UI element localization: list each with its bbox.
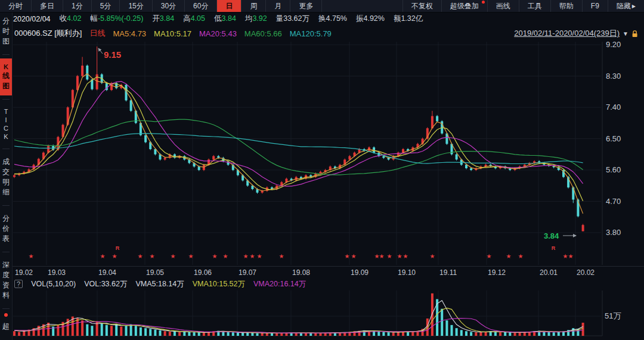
y-tick: 3.80 — [606, 228, 621, 237]
star-marker-icon: ★ — [150, 253, 155, 259]
star-marker-icon: ★ — [430, 253, 435, 259]
vol-grid-layer — [12, 290, 602, 336]
vol-legend-2: VMA5:18.14万 — [135, 279, 184, 289]
toolbar-action-F9[interactable]: F9 — [582, 0, 608, 12]
star-marker-icon: ★ — [379, 253, 385, 259]
quote-field-额: 额1.32亿 — [394, 14, 423, 24]
star-marker-icon: ★ — [223, 253, 228, 259]
volume-bars-layer — [13, 293, 584, 336]
toolbar-tab-分时[interactable]: 分时 — [0, 0, 32, 12]
toolbar-action-超级叠加[interactable]: 超级叠加 — [441, 0, 487, 12]
notification-dot-icon — [4, 313, 8, 317]
toolbar-action-工具[interactable]: 工具 — [519, 0, 550, 12]
toolbar-tab-60分[interactable]: 60分 — [185, 0, 217, 12]
star-marker-icon: ★ — [257, 253, 262, 259]
chevron-down-icon[interactable]: ▼ — [623, 30, 628, 37]
quote-field-振: 振4.92% — [356, 14, 385, 24]
star-marker-icon: ★ — [171, 253, 176, 259]
quote-info-row: 2020/02/04收4.02幅-5.85%(-0.25)开3.84高4.05低… — [13, 13, 644, 25]
ma-label-ma5: MA5:4.73 — [113, 29, 146, 38]
toolbar-action-隐藏[interactable]: 隐藏▶ — [608, 0, 644, 12]
sidebar-divider — [2, 99, 10, 100]
x-tick-20.01: 20.01 — [540, 268, 558, 277]
toolbar-action-画线[interactable]: 画线 — [487, 0, 519, 12]
sidebar-item-TICK[interactable]: TICK — [0, 103, 12, 145]
y-tick: 8.30 — [606, 72, 621, 81]
y-tick: 4.70 — [606, 197, 621, 206]
vma-lines-layer — [14, 301, 583, 333]
help-icon[interactable]: ? — [14, 280, 23, 288]
x-tick-19.12: 19.12 — [488, 268, 506, 277]
sidebar-divider — [2, 252, 10, 252]
toolbar-tab-5分[interactable]: 5分 — [92, 0, 120, 12]
star-marker-icon: ★ — [29, 253, 34, 259]
vol-legend-4: VMA20:16.14万 — [253, 279, 306, 289]
toolbar-tab-多日[interactable]: 多日 — [32, 0, 63, 12]
x-tick-19.03: 19.03 — [48, 268, 66, 277]
toolbar-tab-日[interactable]: 日 — [217, 0, 242, 12]
toolbar: 分时多日1分5分15分30分60分日周月更多 不复权超级叠加画线工具帮助F9隐藏… — [0, 0, 644, 13]
star-marker-icon: ★ — [243, 253, 249, 259]
star-marker-icon: ★ — [351, 253, 357, 259]
price-annotation: 9.15 — [104, 50, 121, 60]
vol-legend-1: VOL:33.62万 — [84, 279, 127, 289]
sidebar-divider — [2, 149, 10, 149]
sidebar-divider — [2, 54, 10, 55]
star-marker-icon: ★ — [100, 253, 106, 259]
sidebar-item-成交明细[interactable]: 成交明细 — [0, 153, 12, 202]
quote-field-换: 换4.75% — [318, 14, 347, 24]
toolbar-action-帮助[interactable]: 帮助 — [550, 0, 582, 12]
star-marker-icon: ★ — [387, 253, 392, 259]
ma-label-ma20: MA20:5.43 — [199, 29, 237, 38]
star-marker-icon: ★ — [563, 253, 568, 259]
y-tick: 5.60 — [606, 165, 621, 174]
vol-legend-0: VOL(5,10,20) — [31, 280, 76, 288]
star-marker-icon: ★ — [397, 253, 402, 259]
notification-dot-icon — [482, 1, 485, 4]
stock-chart-app: 分时多日1分5分15分30分60分日周月更多 不复权超级叠加画线工具帮助F9隐藏… — [0, 0, 644, 340]
ma-legend: MA5:4.73MA10:5.17MA20:5.43MA60:5.66MA120… — [113, 29, 331, 38]
sidebar-item-超[interactable]: 超 — [0, 317, 12, 336]
quote-date: 2020/02/04 — [13, 15, 51, 23]
y-tick: 9.20 — [606, 41, 621, 49]
toolbar-tab-周[interactable]: 周 — [242, 0, 266, 12]
star-marker-icon: ★ — [138, 253, 143, 259]
period-label: 日线 — [89, 28, 105, 39]
toolbar-action-不复权[interactable]: 不复权 — [402, 0, 441, 12]
sidebar-item-分价表[interactable]: 分价表 — [0, 209, 12, 248]
quote-field-收: 收4.02 — [60, 14, 82, 24]
star-marker-icon: ★ — [279, 253, 284, 259]
star-marker-icon: ★ — [188, 253, 194, 259]
quote-field-开: 开3.84 — [152, 14, 174, 24]
x-tick-19.08: 19.08 — [292, 268, 310, 277]
x-tick-19.06: 19.06 — [194, 268, 212, 277]
volume-chart[interactable]: 51万 — [0, 289, 644, 340]
quote-field-幅: 幅-5.85%(-0.25) — [90, 14, 143, 24]
candlestick-chart[interactable]: 9.208.307.406.505.604.703.80★★★★★★★★★★★★… — [0, 41, 644, 266]
star-marker-icon: ★ — [250, 253, 255, 259]
toolbar-tab-15分[interactable]: 15分 — [120, 0, 152, 12]
quote-field-高: 高4.05 — [183, 14, 205, 24]
sidebar-item-K线图[interactable]: K线图 — [0, 58, 12, 95]
y-tick: 6.50 — [606, 134, 621, 143]
sidebar-divider — [2, 308, 10, 309]
ma-label-ma120: MA120:5.79 — [290, 29, 332, 38]
x-tick-19.11: 19.11 — [439, 268, 457, 277]
lock-icon[interactable] — [631, 30, 638, 38]
sidebar-item-分时图[interactable]: 分时图 — [0, 12, 12, 51]
date-range-selector[interactable]: 2019/02/11-2020/02/04(239日) — [514, 28, 620, 39]
toolbar-tab-30分[interactable]: 30分 — [153, 0, 185, 12]
star-marker-icon: ★ — [345, 253, 350, 259]
r-marker: R — [116, 245, 120, 251]
x-tick-19.05: 19.05 — [146, 268, 164, 277]
sidebar-item-深度资料[interactable]: 深度资料 — [0, 256, 12, 305]
left-tab-sidebar: 分时图K线图TICK成交明细分价表深度资料超 — [0, 12, 13, 340]
period-tabs: 分时多日1分5分15分30分60分日周月更多 — [0, 0, 322, 12]
r-marker: R — [552, 245, 556, 251]
vol-legend-3: VMA10:15.52万 — [193, 279, 245, 289]
toolbar-tab-1分[interactable]: 1分 — [63, 0, 92, 12]
star-marker-icon: ★ — [568, 253, 574, 259]
toolbar-tab-更多[interactable]: 更多 — [290, 0, 322, 12]
toolbar-tab-月[interactable]: 月 — [266, 0, 290, 12]
x-tick-20.02: 20.02 — [577, 268, 595, 277]
